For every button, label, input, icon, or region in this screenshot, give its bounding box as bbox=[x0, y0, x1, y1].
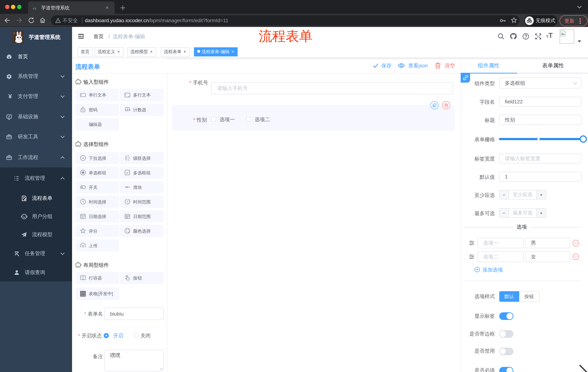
svg-text:123: 123 bbox=[125, 108, 130, 112]
